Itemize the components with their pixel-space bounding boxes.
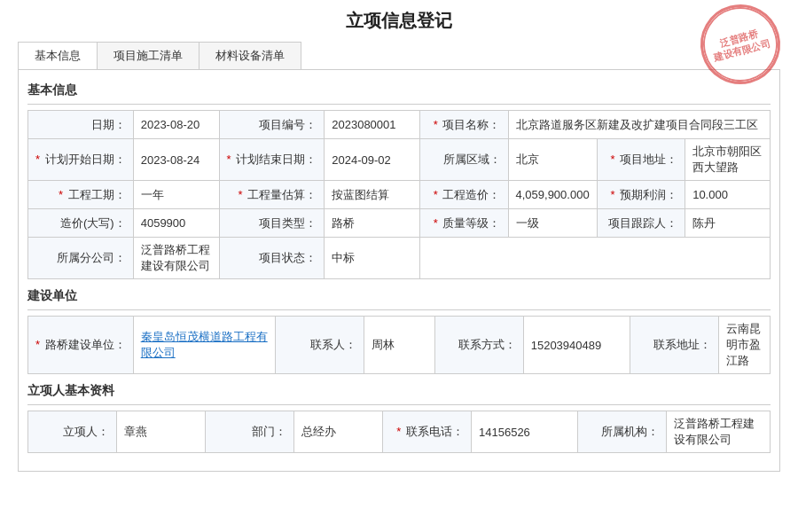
required-star: * [227,153,231,166]
value-contact-way: 15203940489 [523,317,630,374]
value-project-type: 路桥 [325,209,420,238]
label-project-type: 项目类型： [219,209,325,238]
label-profit: * 预期利润： [597,181,685,209]
label-cost: * 工程造价： [420,181,508,209]
label-contact: 联系人： [275,317,364,374]
label-build-unit: * 路桥建设单位： [28,317,134,374]
value-estimate: 按蓝图结算 [325,181,420,209]
label-project-name: * 项目名称： [420,111,508,139]
value-duration: 一年 [133,181,219,209]
value-cost: 4,059,900.000 [508,181,597,209]
empty-cell [420,238,771,279]
label-cost-uppercase: 造价(大写)： [28,209,134,238]
label-duration: * 工程工期： [28,181,134,209]
table-row: * 计划开始日期： 2023-08-24 * 计划结束日期： 2024-09-0… [28,139,771,181]
watermark-line1: 泛普路桥 [718,27,759,49]
label-end-date: * 计划结束日期： [219,139,325,181]
label-org: 所属机构： [578,411,667,453]
required-star: * [239,188,243,201]
label-contact-way: 联系方式： [434,317,523,374]
label-subsidiary: 所属分公司： [28,238,134,279]
content-area: 基本信息 日期： 2023-08-20 项目编号： 2023080001 * 项… [18,69,780,472]
value-profit: 10.000 [685,181,771,209]
required-star: * [610,153,614,166]
value-cost-uppercase: 4059900 [133,209,219,238]
value-address: 北京市朝阳区西大望路 [685,139,771,181]
required-star: * [434,118,438,131]
label-department: 部门： [206,411,294,453]
value-end-date: 2024-09-02 [325,139,420,181]
value-quality: 一级 [508,209,597,238]
watermark-line2: 建设有限公司 [712,36,771,64]
label-contact-addr: 联系地址： [630,317,718,374]
required-star: * [35,153,40,166]
page-wrapper: 泛普路桥 建设有限公司 立项信息登记 基本信息 项目施工清单 材料设备清单 基本… [0,0,798,481]
label-start-date: * 计划开始日期： [28,139,134,181]
value-department: 总经办 [294,411,383,453]
person-info-table: 立项人： 章燕 部门： 总经办 * 联系电话： 14156526 所属机构： 泛… [27,411,771,453]
value-applicant: 章燕 [117,411,206,453]
table-row: 立项人： 章燕 部门： 总经办 * 联系电话： 14156526 所属机构： 泛… [28,411,771,453]
value-org: 泛普路桥工程建设有限公司 [667,411,771,453]
required-star: * [434,216,438,230]
value-contact: 周林 [364,317,434,374]
value-region: 北京 [508,139,597,181]
required-star: * [59,188,63,201]
value-subsidiary: 泛普路桥工程建设有限公司 [133,238,219,279]
build-unit-table: * 路桥建设单位： 秦皇岛恒茂横道路工程有限公司 联系人： 周林 联系方式： 1… [27,316,771,374]
tab-basic-info[interactable]: 基本信息 [19,43,98,69]
value-tracker: 陈丹 [685,209,771,238]
required-star: * [396,425,401,438]
table-row: * 工程工期： 一年 * 工程量估算： 按蓝图结算 * 工程造价： 4,059,… [28,181,771,209]
value-project-name: 北京路道服务区新建及改扩建项目合同段三工区 [508,111,771,139]
label-project-no: 项目编号： [219,111,325,139]
build-unit-divider [27,309,771,310]
label-status: 项目状态： [219,238,325,279]
tabs: 基本信息 项目施工清单 材料设备清单 [18,42,301,69]
label-phone: * 联系电话： [383,411,472,453]
basic-info-section-title: 基本信息 [27,82,771,98]
basic-info-table: 日期： 2023-08-20 项目编号： 2023080001 * 项目名称： … [27,110,771,279]
table-row: 造价(大写)： 4059900 项目类型： 路桥 * 质量等级： 一级 项目跟踪… [28,209,771,238]
value-start-date: 2023-08-24 [133,139,219,181]
value-phone: 14156526 [472,411,578,453]
label-applicant: 立项人： [28,411,117,453]
label-date: 日期： [28,111,134,139]
table-row: 所属分公司： 泛普路桥工程建设有限公司 项目状态： 中标 [28,238,771,279]
table-row: * 路桥建设单位： 秦皇岛恒茂横道路工程有限公司 联系人： 周林 联系方式： 1… [28,317,771,374]
required-star: * [434,188,438,201]
required-star: * [610,188,614,201]
value-build-unit[interactable]: 秦皇岛恒茂横道路工程有限公司 [133,317,275,374]
label-address: * 项目地址： [597,139,685,181]
label-tracker: 项目跟踪人： [597,209,685,238]
label-region: 所属区域： [420,139,508,181]
label-estimate: * 工程量估算： [219,181,325,209]
tab-material-list[interactable]: 材料设备清单 [200,43,301,69]
build-unit-section-title: 建设单位 [27,288,771,304]
value-status: 中标 [325,238,420,279]
value-date: 2023-08-20 [133,111,219,139]
value-contact-addr: 云南昆明市盈江路 [718,317,770,374]
tab-construction-list[interactable]: 项目施工清单 [98,43,200,69]
basic-info-divider [27,104,771,105]
required-star: * [35,338,40,351]
value-project-no: 2023080001 [325,111,420,139]
person-info-section-title: 立项人基本资料 [27,383,771,399]
page-title: 立项信息登记 [18,9,780,33]
label-quality: * 质量等级： [420,209,508,238]
build-unit-link[interactable]: 秦皇岛恒茂横道路工程有限公司 [141,330,268,359]
table-row: 日期： 2023-08-20 项目编号： 2023080001 * 项目名称： … [28,111,771,139]
person-info-divider [27,404,771,405]
